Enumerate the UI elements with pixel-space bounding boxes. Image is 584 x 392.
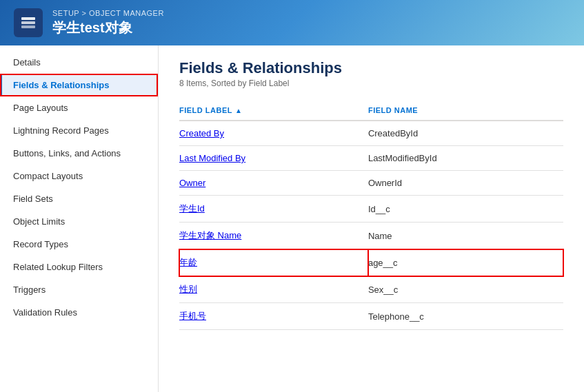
column-header-field-name: FIELD NAME	[368, 101, 563, 121]
field-name-header-text: FIELD NAME	[368, 106, 418, 114]
field-name-cell-gender: Sex__c	[368, 276, 563, 303]
field-name-cell-phone: Telephone__c	[368, 303, 563, 330]
sidebar-item-record-types[interactable]: Record Types	[0, 233, 158, 256]
sidebar-item-related-lookup-filters[interactable]: Related Lookup Filters	[0, 256, 158, 278]
sidebar-item-compact-layouts[interactable]: Compact Layouts	[0, 165, 158, 187]
field-label-link-gender[interactable]: 性别	[179, 284, 197, 294]
field-name-cell-last-modified-by: LastModifiedById	[368, 146, 563, 171]
sidebar-item-field-sets[interactable]: Field Sets	[0, 187, 158, 210]
table-row: Last Modified ByLastModifiedById	[179, 146, 563, 171]
field-name-cell-owner: OwnerId	[368, 171, 563, 196]
sidebar-item-fields-relationships[interactable]: Fields & Relationships	[0, 74, 158, 96]
svg-rect-2	[21, 25, 35, 28]
field-label-link-student-id[interactable]: 学生Id	[179, 203, 205, 214]
table-header: FIELD LABEL ▲ FIELD NAME	[179, 101, 563, 121]
column-header-field-label[interactable]: FIELD LABEL ▲	[179, 101, 368, 121]
sidebar-item-buttons-links-actions[interactable]: Buttons, Links, and Actions	[0, 142, 158, 165]
table-row: 性别Sex__c	[179, 276, 563, 303]
header-text: SETUP > OBJECT MANAGER 学生test对象	[52, 9, 164, 37]
table-row: 学生IdId__c	[179, 196, 563, 223]
content-area: Fields & Relationships 8 Items, Sorted b…	[159, 45, 584, 392]
table-row: 学生对象 NameName	[179, 223, 563, 249]
field-label-cell-created-by: Created By	[179, 121, 368, 146]
field-label-header-text: FIELD LABEL	[179, 106, 232, 114]
table-row: Created ByCreatedById	[179, 121, 563, 146]
table-body: Created ByCreatedByIdLast Modified ByLas…	[179, 121, 563, 330]
app-header: SETUP > OBJECT MANAGER 学生test对象	[0, 0, 584, 45]
svg-rect-1	[21, 21, 35, 24]
field-name-cell-age: age__c	[368, 249, 563, 276]
table-row: OwnerOwnerId	[179, 171, 563, 196]
sidebar-item-object-limits[interactable]: Object Limits	[0, 210, 158, 233]
svg-rect-0	[21, 17, 35, 20]
field-label-link-age[interactable]: 年龄	[179, 257, 197, 267]
field-label-cell-last-modified-by: Last Modified By	[179, 146, 368, 171]
field-label-link-phone[interactable]: 手机号	[179, 311, 206, 321]
stack-icon	[19, 14, 37, 32]
sidebar-item-details[interactable]: Details	[0, 51, 158, 74]
field-label-cell-owner: Owner	[179, 171, 368, 196]
sidebar-item-lightning-record-pages[interactable]: Lightning Record Pages	[0, 119, 158, 142]
field-label-link-owner[interactable]: Owner	[179, 178, 205, 188]
field-name-cell-created-by: CreatedById	[368, 121, 563, 146]
sidebar-item-triggers[interactable]: Triggers	[0, 278, 158, 301]
field-label-cell-age: 年龄	[179, 249, 368, 276]
field-name-cell-student-id: Id__c	[368, 196, 563, 223]
field-name-cell-student-name: Name	[368, 223, 563, 249]
field-label-link-last-modified-by[interactable]: Last Modified By	[179, 153, 245, 163]
content-subtitle: 8 Items, Sorted by Field Label	[179, 79, 563, 88]
page-title: 学生test对象	[52, 19, 164, 37]
field-label-link-created-by[interactable]: Created By	[179, 128, 224, 138]
field-label-cell-student-name: 学生对象 Name	[179, 223, 368, 249]
breadcrumb: SETUP > OBJECT MANAGER	[52, 9, 164, 17]
field-label-cell-gender: 性别	[179, 276, 368, 303]
app-icon	[14, 8, 43, 37]
sort-arrow-icon: ▲	[235, 107, 242, 114]
content-title: Fields & Relationships	[179, 59, 563, 77]
field-label-cell-student-id: 学生Id	[179, 196, 368, 223]
sidebar-item-page-layouts[interactable]: Page Layouts	[0, 96, 158, 119]
field-label-cell-phone: 手机号	[179, 303, 368, 330]
fields-table: FIELD LABEL ▲ FIELD NAME Created ByCreat…	[179, 101, 563, 330]
sidebar-item-validation-rules[interactable]: Validation Rules	[0, 301, 158, 324]
table-row: 手机号Telephone__c	[179, 303, 563, 330]
table-row: 年龄age__c	[179, 249, 563, 276]
main-container: DetailsFields & RelationshipsPage Layout…	[0, 45, 584, 392]
field-label-link-student-name[interactable]: 学生对象 Name	[179, 230, 241, 240]
sidebar: DetailsFields & RelationshipsPage Layout…	[0, 45, 159, 392]
